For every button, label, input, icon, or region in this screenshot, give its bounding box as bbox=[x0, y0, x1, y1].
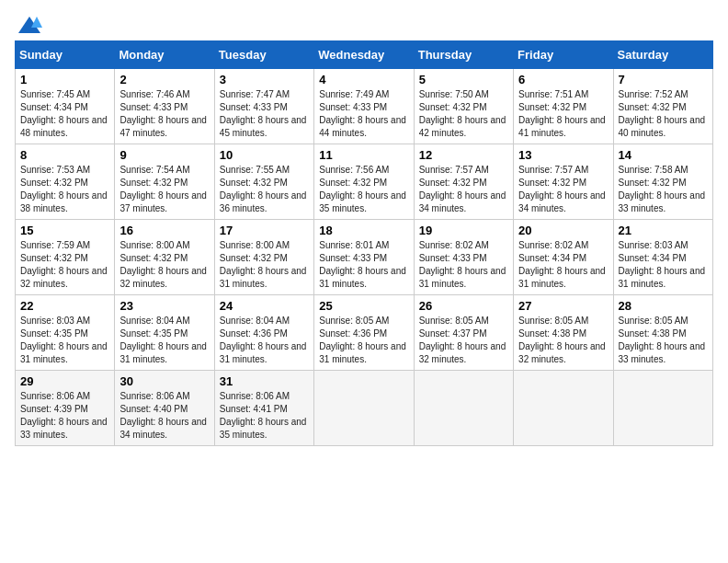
calendar-day-cell: 5 Sunrise: 7:50 AMSunset: 4:32 PMDayligh… bbox=[414, 69, 513, 144]
calendar-day-cell: 10 Sunrise: 7:55 AMSunset: 4:32 PMDaylig… bbox=[214, 144, 313, 220]
day-info: Sunrise: 7:45 AMSunset: 4:34 PMDaylight:… bbox=[20, 88, 109, 140]
calendar-day-cell: 24 Sunrise: 8:04 AMSunset: 4:36 PMDaylig… bbox=[214, 295, 313, 371]
day-number: 20 bbox=[518, 224, 608, 237]
logo-icon bbox=[17, 15, 42, 35]
day-number: 25 bbox=[319, 299, 408, 313]
day-info: Sunrise: 8:05 AMSunset: 4:37 PMDaylight:… bbox=[419, 315, 508, 366]
day-number: 16 bbox=[119, 224, 209, 237]
day-number: 11 bbox=[319, 148, 408, 162]
day-info: Sunrise: 8:06 AMSunset: 4:41 PMDaylight:… bbox=[220, 390, 309, 442]
day-number: 13 bbox=[518, 148, 608, 162]
calendar-day-cell: 18 Sunrise: 8:01 AMSunset: 4:33 PMDaylig… bbox=[314, 220, 414, 295]
calendar-day-cell: 1 Sunrise: 7:45 AMSunset: 4:34 PMDayligh… bbox=[16, 69, 115, 144]
day-info: Sunrise: 7:54 AMSunset: 4:32 PMDaylight:… bbox=[119, 164, 209, 215]
calendar-day-cell: 26 Sunrise: 8:05 AMSunset: 4:37 PMDaylig… bbox=[414, 295, 513, 371]
day-number: 30 bbox=[119, 374, 209, 388]
weekday-header-thursday: Thursday bbox=[414, 41, 513, 69]
day-info: Sunrise: 7:57 AMSunset: 4:32 PMDaylight:… bbox=[419, 164, 508, 215]
day-info: Sunrise: 8:02 AMSunset: 4:34 PMDaylight:… bbox=[518, 239, 608, 291]
day-number: 1 bbox=[20, 73, 109, 86]
calendar-day-cell: 22 Sunrise: 8:03 AMSunset: 4:35 PMDaylig… bbox=[16, 295, 115, 371]
day-number: 26 bbox=[419, 299, 508, 313]
day-number: 19 bbox=[419, 224, 508, 237]
calendar-day-cell: 25 Sunrise: 8:05 AMSunset: 4:36 PMDaylig… bbox=[314, 295, 414, 371]
day-info: Sunrise: 8:00 AMSunset: 4:32 PMDaylight:… bbox=[119, 239, 209, 291]
weekday-header-saturday: Saturday bbox=[613, 41, 712, 69]
day-number: 17 bbox=[220, 224, 309, 237]
day-number: 3 bbox=[220, 73, 309, 86]
calendar-day-cell: 15 Sunrise: 7:59 AMSunset: 4:32 PMDaylig… bbox=[16, 220, 115, 295]
day-info: Sunrise: 8:03 AMSunset: 4:35 PMDaylight:… bbox=[20, 315, 109, 366]
day-info: Sunrise: 7:49 AMSunset: 4:33 PMDaylight:… bbox=[319, 88, 408, 140]
day-number: 22 bbox=[20, 299, 109, 313]
calendar-day-cell: 16 Sunrise: 8:00 AMSunset: 4:32 PMDaylig… bbox=[115, 220, 214, 295]
calendar-week-row: 1 Sunrise: 7:45 AMSunset: 4:34 PMDayligh… bbox=[16, 69, 713, 144]
day-info: Sunrise: 7:53 AMSunset: 4:32 PMDaylight:… bbox=[20, 164, 109, 215]
day-info: Sunrise: 7:55 AMSunset: 4:32 PMDaylight:… bbox=[220, 164, 309, 215]
day-info: Sunrise: 8:04 AMSunset: 4:35 PMDaylight:… bbox=[119, 315, 209, 366]
weekday-header-wednesday: Wednesday bbox=[314, 41, 414, 69]
calendar-day-cell: 31 Sunrise: 8:06 AMSunset: 4:41 PMDaylig… bbox=[214, 371, 313, 446]
calendar-day-cell: 30 Sunrise: 8:06 AMSunset: 4:40 PMDaylig… bbox=[115, 371, 214, 446]
calendar-day-cell: 7 Sunrise: 7:52 AMSunset: 4:32 PMDayligh… bbox=[613, 69, 712, 144]
calendar-day-cell bbox=[314, 371, 414, 446]
day-info: Sunrise: 7:59 AMSunset: 4:32 PMDaylight:… bbox=[20, 239, 109, 291]
calendar-day-cell: 11 Sunrise: 7:56 AMSunset: 4:32 PMDaylig… bbox=[314, 144, 414, 220]
weekday-header-friday: Friday bbox=[514, 41, 613, 69]
calendar-day-cell: 23 Sunrise: 8:04 AMSunset: 4:35 PMDaylig… bbox=[115, 295, 214, 371]
day-info: Sunrise: 8:00 AMSunset: 4:32 PMDaylight:… bbox=[220, 239, 309, 291]
calendar-day-cell bbox=[514, 371, 613, 446]
weekday-header-monday: Monday bbox=[115, 41, 214, 69]
calendar-day-cell: 17 Sunrise: 8:00 AMSunset: 4:32 PMDaylig… bbox=[214, 220, 313, 295]
day-info: Sunrise: 7:57 AMSunset: 4:32 PMDaylight:… bbox=[518, 164, 608, 215]
day-info: Sunrise: 7:47 AMSunset: 4:33 PMDaylight:… bbox=[220, 88, 309, 140]
calendar-day-cell: 4 Sunrise: 7:49 AMSunset: 4:33 PMDayligh… bbox=[314, 69, 414, 144]
day-number: 24 bbox=[220, 299, 309, 313]
calendar-week-row: 29 Sunrise: 8:06 AMSunset: 4:39 PMDaylig… bbox=[16, 371, 713, 446]
day-info: Sunrise: 7:51 AMSunset: 4:32 PMDaylight:… bbox=[518, 88, 608, 140]
day-number: 23 bbox=[119, 299, 209, 313]
calendar-day-cell: 9 Sunrise: 7:54 AMSunset: 4:32 PMDayligh… bbox=[115, 144, 214, 220]
day-info: Sunrise: 7:58 AMSunset: 4:32 PMDaylight:… bbox=[619, 164, 708, 215]
day-number: 15 bbox=[20, 224, 109, 237]
day-info: Sunrise: 8:03 AMSunset: 4:34 PMDaylight:… bbox=[619, 239, 708, 291]
calendar-day-cell: 20 Sunrise: 8:02 AMSunset: 4:34 PMDaylig… bbox=[514, 220, 613, 295]
calendar-week-row: 22 Sunrise: 8:03 AMSunset: 4:35 PMDaylig… bbox=[16, 295, 713, 371]
day-number: 8 bbox=[20, 148, 109, 162]
calendar-day-cell: 28 Sunrise: 8:05 AMSunset: 4:38 PMDaylig… bbox=[613, 295, 712, 371]
calendar-day-cell bbox=[414, 371, 513, 446]
calendar-day-cell: 13 Sunrise: 7:57 AMSunset: 4:32 PMDaylig… bbox=[514, 144, 613, 220]
day-number: 4 bbox=[319, 73, 408, 86]
day-number: 21 bbox=[619, 224, 708, 237]
calendar-header-row: SundayMondayTuesdayWednesdayThursdayFrid… bbox=[16, 41, 713, 69]
day-number: 28 bbox=[619, 299, 708, 313]
day-number: 12 bbox=[419, 148, 508, 162]
day-info: Sunrise: 7:46 AMSunset: 4:33 PMDaylight:… bbox=[119, 88, 209, 140]
weekday-header-tuesday: Tuesday bbox=[214, 41, 313, 69]
day-info: Sunrise: 8:05 AMSunset: 4:38 PMDaylight:… bbox=[619, 315, 708, 366]
day-info: Sunrise: 7:56 AMSunset: 4:32 PMDaylight:… bbox=[319, 164, 408, 215]
day-info: Sunrise: 7:50 AMSunset: 4:32 PMDaylight:… bbox=[419, 88, 508, 140]
day-number: 14 bbox=[619, 148, 708, 162]
day-number: 27 bbox=[518, 299, 608, 313]
calendar-day-cell: 2 Sunrise: 7:46 AMSunset: 4:33 PMDayligh… bbox=[115, 69, 214, 144]
logo bbox=[15, 15, 42, 31]
calendar-day-cell: 21 Sunrise: 8:03 AMSunset: 4:34 PMDaylig… bbox=[613, 220, 712, 295]
calendar-week-row: 15 Sunrise: 7:59 AMSunset: 4:32 PMDaylig… bbox=[16, 220, 713, 295]
calendar-day-cell bbox=[613, 371, 712, 446]
day-number: 6 bbox=[518, 73, 608, 86]
calendar-day-cell: 12 Sunrise: 7:57 AMSunset: 4:32 PMDaylig… bbox=[414, 144, 513, 220]
day-number: 5 bbox=[419, 73, 508, 86]
day-info: Sunrise: 8:01 AMSunset: 4:33 PMDaylight:… bbox=[319, 239, 408, 291]
calendar-week-row: 8 Sunrise: 7:53 AMSunset: 4:32 PMDayligh… bbox=[16, 144, 713, 220]
day-number: 9 bbox=[119, 148, 209, 162]
calendar-day-cell: 3 Sunrise: 7:47 AMSunset: 4:33 PMDayligh… bbox=[214, 69, 313, 144]
calendar-day-cell: 19 Sunrise: 8:02 AMSunset: 4:33 PMDaylig… bbox=[414, 220, 513, 295]
day-number: 7 bbox=[619, 73, 708, 86]
day-number: 10 bbox=[220, 148, 309, 162]
calendar-day-cell: 14 Sunrise: 7:58 AMSunset: 4:32 PMDaylig… bbox=[613, 144, 712, 220]
day-info: Sunrise: 7:52 AMSunset: 4:32 PMDaylight:… bbox=[619, 88, 708, 140]
calendar-table: SundayMondayTuesdayWednesdayThursdayFrid… bbox=[15, 40, 713, 446]
day-number: 18 bbox=[319, 224, 408, 237]
day-number: 29 bbox=[20, 374, 109, 388]
